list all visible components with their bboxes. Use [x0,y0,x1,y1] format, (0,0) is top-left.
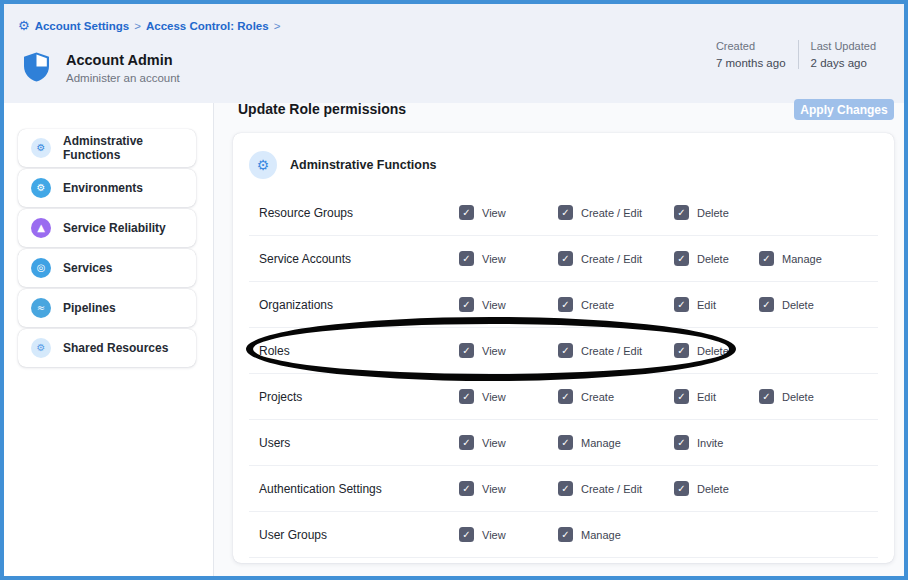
services-icon: ◎ [31,258,51,278]
breadcrumb-access-control-roles[interactable]: Access Control: Roles [146,20,269,32]
permission-checkbox[interactable]: ✓ [674,343,689,358]
breadcrumb-separator: > [134,20,141,32]
section-title: Adminstrative Functions [290,158,437,172]
permission-cell: ✓ Delete [759,389,878,404]
check-icon: ✓ [561,484,569,494]
permission-checkbox[interactable]: ✓ [558,297,573,312]
sidebar-item-label: Services [63,261,112,275]
permission-label: Manage [581,529,621,541]
role-shield-icon [24,52,49,82]
check-icon: ✓ [462,254,470,264]
sidebar-item-service-reliability[interactable]: ▲ Service Reliability [18,209,196,247]
account-role-permissions-page: ⚙ Account Settings > Access Control: Rol… [0,0,908,580]
created-label: Created [716,40,786,52]
permission-checkbox[interactable]: ✓ [674,435,689,450]
permission-label: Create / Edit [581,207,642,219]
permission-checkbox[interactable]: ✓ [558,343,573,358]
permission-checkbox[interactable]: ✓ [674,251,689,266]
permission-cell: ✓ View [459,205,558,220]
permission-checkbox[interactable]: ✓ [674,389,689,404]
check-icon: ✓ [677,438,685,448]
check-icon: ✓ [762,392,770,402]
permission-checkbox[interactable]: ✓ [558,481,573,496]
check-icon: ✓ [561,392,569,402]
check-icon: ✓ [561,438,569,448]
sidebar-item-label: Adminstrative Functions [63,134,196,162]
permission-checkbox[interactable]: ✓ [459,389,474,404]
permission-label: View [482,483,506,495]
permission-cell: ✓ Delete [674,205,759,220]
check-icon: ✓ [462,392,470,402]
permission-label: View [482,253,506,265]
permission-row-users: Users ✓ View ✓ Manage ✓ Invite [249,420,878,466]
permission-row-organizations: Organizations ✓ View ✓ Create ✓ Edit ✓ D… [249,282,878,328]
permission-cell: ✓ Create [558,297,674,312]
permission-cell: ✓ Create / Edit [558,343,674,358]
permissions-rows: Resource Groups ✓ View ✓ Create / Edit ✓… [249,190,878,558]
sidebar-item-pipelines[interactable]: ≈ Pipelines [18,289,196,327]
permission-checkbox[interactable]: ✓ [674,481,689,496]
check-icon: ✓ [677,300,685,310]
check-icon: ✓ [561,530,569,540]
check-icon: ✓ [462,208,470,218]
last-updated-value: 2 days ago [811,57,876,69]
permission-label: Delete [782,391,814,403]
permission-cell: ✓ View [459,251,558,266]
check-icon: ✓ [677,392,685,402]
permission-checkbox[interactable]: ✓ [459,527,474,542]
permission-cell: ✓ Create [558,389,674,404]
permission-checkbox[interactable]: ✓ [459,205,474,220]
check-icon: ✓ [677,484,685,494]
permission-label: Invite [697,437,723,449]
permission-checkbox[interactable]: ✓ [558,205,573,220]
permission-checkbox[interactable]: ✓ [558,251,573,266]
sidebar-item-adminstrative-functions[interactable]: ⚙ Adminstrative Functions [18,129,196,167]
permission-cell: ✓ Create / Edit [558,205,674,220]
last-updated-label: Last Updated [811,40,876,52]
permission-row-label: User Groups [249,528,459,542]
sidebar-item-services[interactable]: ◎ Services [18,249,196,287]
check-icon: ✓ [677,208,685,218]
permission-checkbox[interactable]: ✓ [759,251,774,266]
permission-cell: ✓ Manage [558,527,674,542]
shared-icon: ⚙ [31,338,51,358]
update-role-permissions-title: Update Role permissions [238,101,406,117]
permission-row-label: Roles [249,344,459,358]
permission-checkbox[interactable]: ✓ [459,481,474,496]
permission-cell: ✓ Delete [674,251,759,266]
permission-checkbox[interactable]: ✓ [759,389,774,404]
permission-checkbox[interactable]: ✓ [674,205,689,220]
permission-cell: ✓ View [459,389,558,404]
permission-label: Delete [697,345,729,357]
page-header: ⚙ Account Settings > Access Control: Rol… [4,4,904,103]
sidebar-item-environments[interactable]: ⚙ Environments [18,169,196,207]
permission-checkbox[interactable]: ✓ [459,251,474,266]
permission-cell: ✓ Delete [674,343,759,358]
permission-checkbox[interactable]: ✓ [558,527,573,542]
check-icon: ✓ [677,254,685,264]
page-subtitle: Administer an account [66,72,180,84]
sidebar-item-shared-resources[interactable]: ⚙ Shared Resources [18,329,196,367]
permission-checkbox[interactable]: ✓ [459,343,474,358]
permission-row-label: Service Accounts [249,252,459,266]
check-icon: ✓ [462,346,470,356]
permission-cell: ✓ View [459,527,558,542]
permission-checkbox[interactable]: ✓ [759,297,774,312]
permission-checkbox[interactable]: ✓ [674,297,689,312]
permission-checkbox[interactable]: ✓ [558,435,573,450]
environments-icon: ⚙ [31,178,51,198]
permission-cell: ✓ Create / Edit [558,481,674,496]
permission-row-label: Resource Groups [249,206,459,220]
check-icon: ✓ [561,300,569,310]
permissions-card: ⚙ Adminstrative Functions Resource Group… [233,133,894,563]
permission-cell: ✓ Delete [674,481,759,496]
permission-checkbox[interactable]: ✓ [459,297,474,312]
permission-checkbox[interactable]: ✓ [558,389,573,404]
settings-gear-icon: ⚙ [18,19,30,32]
sidebar-item-label: Service Reliability [63,221,166,235]
breadcrumb-account-settings[interactable]: Account Settings [35,20,130,32]
pipelines-icon: ≈ [31,298,51,318]
permission-checkbox[interactable]: ✓ [459,435,474,450]
apply-changes-button[interactable]: Apply Changes [794,99,894,120]
permission-label: Create / Edit [581,345,642,357]
